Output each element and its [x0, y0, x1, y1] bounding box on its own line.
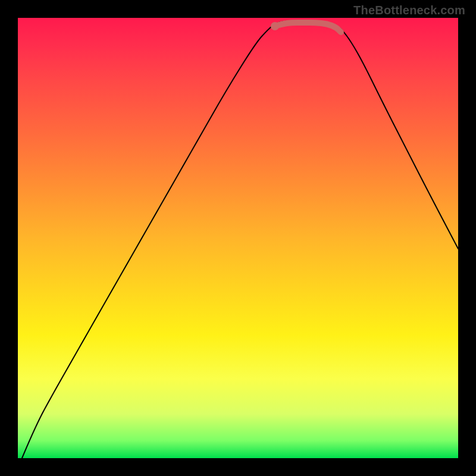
plot-area [18, 18, 458, 458]
marker-dot [271, 22, 279, 30]
watermark-label: TheBottleneck.com [353, 4, 465, 17]
chart-svg [18, 18, 458, 458]
bottleneck-curve [22, 21, 458, 458]
chart-frame: TheBottleneck.com [0, 0, 476, 476]
marker-line [275, 23, 341, 32]
